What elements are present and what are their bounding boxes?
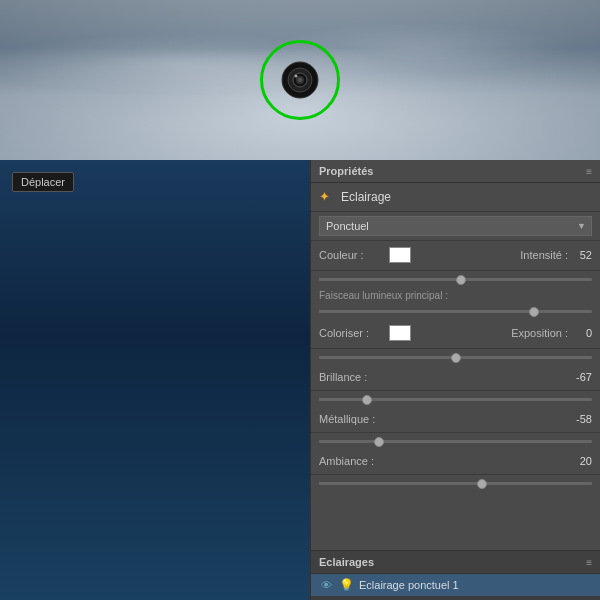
canvas-area: Déplacer (0, 160, 310, 600)
brillance-value: -67 (572, 371, 592, 383)
ambiance-value: 20 (572, 455, 592, 467)
ambiance-value-group: 20 (572, 455, 592, 467)
exposition-value: 0 (572, 327, 592, 339)
eclairage-section[interactable]: ✦ Eclairage Ponctuel Infini Projecteur ▼… (311, 183, 600, 550)
type-dropdown-wrapper: Ponctuel Infini Projecteur ▼ (319, 216, 592, 236)
eclairages-section: Eclairages ≡ 👁 💡 Eclairage ponctuel 1 (311, 550, 600, 600)
ambiance-section: Ambiance : 20 (311, 449, 600, 475)
eclairages-title: Eclairages (319, 556, 374, 568)
couleur-swatch[interactable] (389, 247, 411, 263)
brillance-row: Brillance : -67 (319, 371, 592, 383)
properties-menu-icon[interactable]: ≡ (586, 166, 592, 177)
exposition-label: Exposition : (511, 327, 568, 339)
metallique-value: -58 (572, 413, 592, 425)
deplacer-button[interactable]: Déplacer (12, 172, 74, 192)
brillance-slider[interactable] (319, 398, 592, 401)
faisceau-label: Faisceau lumineux principal : (311, 287, 600, 303)
eclairage-label: Eclairage (341, 190, 391, 204)
metallique-section: Métallique : -58 (311, 407, 600, 433)
light-item: 👁 💡 Eclairage ponctuel 1 (311, 574, 600, 596)
type-dropdown-row: Ponctuel Infini Projecteur ▼ (311, 212, 600, 241)
couleur-section: Couleur : Intensité : 52 (311, 241, 600, 271)
ambiance-label: Ambiance : (319, 455, 389, 467)
couleur-row: Couleur : Intensité : 52 (319, 247, 592, 263)
type-dropdown[interactable]: Ponctuel Infini Projecteur (319, 216, 592, 236)
brillance-value-group: -67 (572, 371, 592, 383)
metallique-value-group: -58 (572, 413, 592, 425)
ambiance-slider[interactable] (319, 482, 592, 485)
metallique-slider-row (311, 433, 600, 449)
exposition-slider[interactable] (319, 356, 592, 359)
preview-image (0, 0, 600, 160)
intensite-label: Intensité : (520, 249, 568, 261)
coloriser-swatch[interactable] (389, 325, 411, 341)
svg-point-4 (298, 78, 302, 82)
brillance-section: Brillance : -67 (311, 365, 600, 391)
bulb-icon: 💡 (339, 578, 353, 592)
intensite-slider-row (311, 271, 600, 287)
eclairages-header: Eclairages ≡ (311, 551, 600, 574)
visibility-eye-icon[interactable]: 👁 (319, 578, 333, 592)
metallique-row: Métallique : -58 (319, 413, 592, 425)
couleur-label: Couleur : (319, 249, 389, 261)
main-area: Déplacer Propriétés ≡ ✦ Eclairage Ponctu… (0, 160, 600, 600)
intensite-group: Intensité : 52 (520, 249, 592, 261)
eclairages-menu-icon[interactable]: ≡ (586, 557, 592, 568)
metallique-slider[interactable] (319, 440, 592, 443)
faisceau-slider-row (311, 303, 600, 319)
right-panel: Propriétés ≡ ✦ Eclairage Ponctuel Infini… (310, 160, 600, 600)
coloriser-section: Coloriser : Exposition : 0 (311, 319, 600, 349)
eclairage-header: ✦ Eclairage (311, 183, 600, 212)
ambiance-slider-row (311, 475, 600, 491)
svg-point-5 (295, 75, 298, 78)
brillance-slider-row (311, 391, 600, 407)
metallique-label: Métallique : (319, 413, 389, 425)
intensite-slider[interactable] (319, 278, 592, 281)
properties-title: Propriétés (319, 165, 373, 177)
coloriser-row: Coloriser : Exposition : 0 (319, 325, 592, 341)
faisceau-slider[interactable] (319, 310, 592, 313)
exposition-slider-row (311, 349, 600, 365)
ambiance-row: Ambiance : 20 (319, 455, 592, 467)
light-name: Eclairage ponctuel 1 (359, 579, 459, 591)
properties-header: Propriétés ≡ (311, 160, 600, 183)
coloriser-label: Coloriser : (319, 327, 389, 339)
exposition-group: Exposition : 0 (511, 327, 592, 339)
intensite-value: 52 (572, 249, 592, 261)
brillance-label: Brillance : (319, 371, 389, 383)
eclairage-sun-icon: ✦ (319, 189, 335, 205)
light-source-icon (280, 60, 320, 100)
